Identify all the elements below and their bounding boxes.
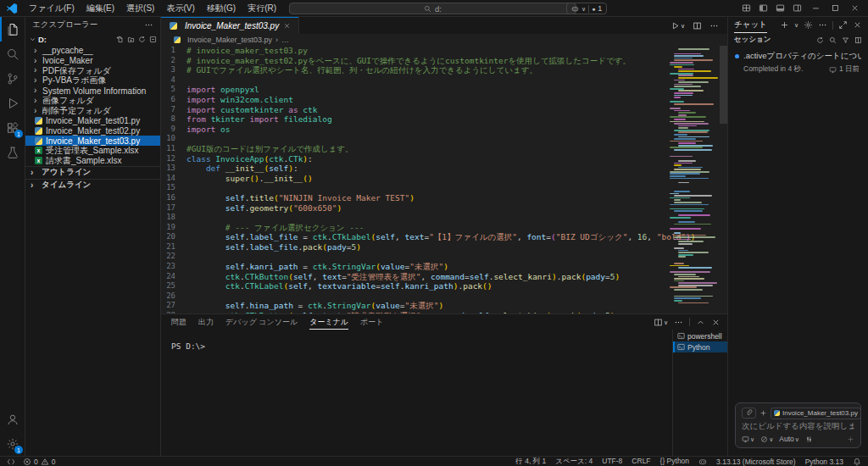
- tools-icon[interactable]: [805, 435, 813, 443]
- status-item[interactable]: Python 3.13: [805, 458, 843, 466]
- explorer-item[interactable]: Invoice_Maker_test03.py: [25, 136, 160, 146]
- editor-tab-active[interactable]: Invoice_Maker_test03.py: [161, 17, 299, 34]
- explorer-item[interactable]: Invoice_Maker_test02.py: [25, 125, 160, 136]
- notifications-bell-icon[interactable]: [853, 458, 861, 466]
- activity-search-button[interactable]: [0, 42, 25, 66]
- explorer-item[interactable]: ›Ivoice_Maker: [25, 56, 160, 66]
- close-tab-icon[interactable]: [283, 22, 291, 30]
- minimize-button[interactable]: [810, 2, 821, 15]
- maximize-button[interactable]: [829, 2, 841, 15]
- menu-item[interactable]: 表示(V): [160, 0, 200, 16]
- activity-explorer-button[interactable]: [0, 17, 25, 42]
- panel-tab[interactable]: 問題: [171, 314, 186, 330]
- panel-tab[interactable]: デバッグ コンソール: [225, 314, 298, 330]
- new-file-icon[interactable]: [116, 36, 124, 43]
- account-button[interactable]: [0, 407, 25, 431]
- refresh-sessions-icon[interactable]: [816, 36, 824, 44]
- context-file-chip[interactable]: Invoice_Maker_test03.py: [771, 408, 861, 419]
- terminal-output[interactable]: PS D:\>: [161, 330, 671, 456]
- toggle-secondary-sidebar-icon[interactable]: [793, 3, 802, 13]
- timeline-section[interactable]: › タイムライン: [25, 179, 160, 191]
- code-line: 11#GUI版のコードは別ファイルで作成します。: [161, 144, 727, 154]
- refresh-explorer-icon[interactable]: [138, 36, 146, 43]
- status-item[interactable]: {} Python: [660, 457, 690, 466]
- filter-sessions-icon[interactable]: [842, 36, 849, 44]
- maximize-panel-icon[interactable]: [696, 318, 705, 327]
- menu-item[interactable]: 編集(E): [81, 0, 120, 16]
- split-editor-icon[interactable]: [693, 21, 702, 31]
- explorer-item[interactable]: ›Py-VBAラボ画像: [25, 75, 160, 86]
- explorer-item[interactable]: Invoice_Maker_test01.py: [25, 116, 160, 126]
- status-item[interactable]: 3.13.13 (Microsoft Store): [716, 458, 796, 466]
- chevron-down-icon[interactable]: ∨: [794, 22, 798, 28]
- add-context-icon[interactable]: [760, 409, 767, 417]
- breadcrumb-symbol[interactable]: …: [281, 36, 289, 44]
- editor-scrollbar-thumb[interactable]: [720, 46, 727, 124]
- toggle-panel-icon[interactable]: [776, 3, 785, 13]
- explorer-item[interactable]: ›削除予定フォルダ: [25, 106, 160, 116]
- toggle-sidebar-icon[interactable]: [759, 3, 768, 13]
- breadcrumb-file[interactable]: Invoice_Maker_test03.py: [187, 36, 272, 44]
- chat-mode-picker[interactable]: ∨: [742, 435, 754, 443]
- panel-tab[interactable]: ポート: [360, 314, 383, 330]
- minimap[interactable]: [668, 46, 719, 313]
- command-center-search[interactable]: d:: [289, 3, 576, 14]
- problems-status[interactable]: 0 0: [23, 458, 55, 466]
- new-chat-icon[interactable]: [780, 20, 789, 30]
- terminal-list-item[interactable]: Python: [673, 341, 727, 352]
- panel-more-actions-icon[interactable]: [674, 318, 683, 327]
- collapse-folders-icon[interactable]: [149, 36, 157, 43]
- split-terminal-button[interactable]: ∨: [654, 318, 668, 327]
- session-item[interactable]: .activeプロパティのシートについて Completed in 4 秒. 1…: [728, 47, 868, 75]
- chat-input-placeholder[interactable]: 次にビルドする内容を説明します: [742, 421, 854, 432]
- explorer-item[interactable]: ›PDF保存フォルダ: [25, 66, 160, 76]
- settings-gear-button[interactable]: 1: [0, 431, 25, 456]
- send-message-icon[interactable]: [847, 435, 854, 443]
- chat-input-box[interactable]: Invoice_Maker_test03.py 次にビルドする内容を説明します …: [735, 402, 861, 448]
- code-area[interactable]: 1# invoice_maker_test03.py2# invoice_mak…: [161, 46, 727, 313]
- chat-context-toggle[interactable]: ∨: [760, 435, 773, 443]
- activity-testing-button[interactable]: [0, 140, 25, 164]
- run-python-button[interactable]: ∨: [670, 21, 685, 31]
- expand-chat-icon[interactable]: [838, 20, 848, 30]
- menu-item[interactable]: 実行(R): [242, 0, 282, 16]
- explorer-item[interactable]: ›__pycache__: [25, 46, 160, 56]
- chat-tab[interactable]: チャット: [734, 17, 767, 33]
- panel-tab[interactable]: 出力: [198, 314, 214, 330]
- menu-item[interactable]: 移動(G): [201, 0, 242, 16]
- chat-settings-gear-icon[interactable]: [804, 20, 813, 30]
- copilot-status-icon[interactable]: [698, 458, 707, 466]
- outline-section[interactable]: › アウトライン: [25, 166, 160, 179]
- close-chat-icon[interactable]: [853, 20, 862, 30]
- split-sessions-icon[interactable]: [854, 36, 862, 44]
- new-folder-icon[interactable]: [127, 36, 135, 43]
- activity-run-debug-button[interactable]: [0, 91, 25, 115]
- explorer-more-actions-icon[interactable]: [144, 20, 153, 30]
- more-actions-icon[interactable]: [709, 21, 719, 31]
- menu-item[interactable]: 選択(S): [120, 0, 160, 16]
- close-window-button[interactable]: [849, 2, 860, 15]
- explorer-root-folder[interactable]: D:: [25, 33, 160, 46]
- status-item[interactable]: UTF-8: [602, 457, 622, 466]
- activity-extensions-button[interactable]: 1: [0, 115, 25, 140]
- model-picker[interactable]: Auto∨: [779, 435, 799, 443]
- terminal-list-item[interactable]: powershell: [673, 330, 727, 341]
- panel-tab[interactable]: ターミナル: [309, 314, 348, 330]
- breadcrumb[interactable]: Invoice_Maker_test03.py › …: [161, 34, 727, 46]
- status-item[interactable]: 行 4, 列 1: [515, 457, 546, 466]
- activity-source-control-button[interactable]: [0, 66, 25, 91]
- copilot-status-pill[interactable]: ∨ ● 1: [566, 3, 607, 14]
- explorer-item[interactable]: ›画像フォルダ: [25, 96, 160, 106]
- customize-layout-icon[interactable]: [742, 3, 751, 13]
- status-item[interactable]: CRLF: [632, 457, 650, 466]
- chat-more-actions-icon[interactable]: [818, 20, 827, 30]
- menu-item[interactable]: ファイル(F): [23, 0, 81, 16]
- search-sessions-icon[interactable]: [829, 36, 837, 44]
- status-item[interactable]: スペース: 4: [555, 457, 593, 466]
- explorer-item[interactable]: ›System Volume Information: [25, 86, 160, 96]
- explorer-item[interactable]: x請求書_Sample.xlsx: [25, 156, 160, 166]
- explorer-item[interactable]: x受注管理表_Sample.xlsx: [25, 146, 160, 156]
- attach-context-chip[interactable]: [742, 408, 756, 419]
- close-panel-icon[interactable]: [711, 318, 721, 327]
- remote-indicator-icon[interactable]: [7, 458, 15, 466]
